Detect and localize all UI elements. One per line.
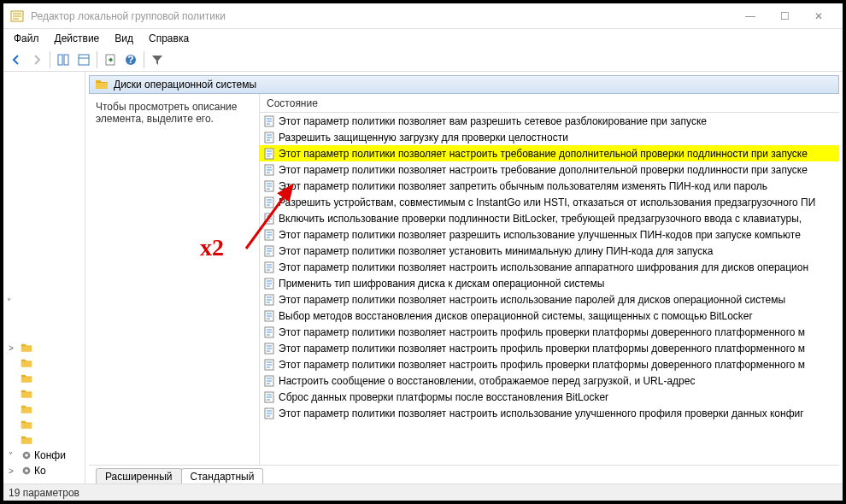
tab-extended[interactable]: Расширенный [96, 468, 182, 483]
back-button[interactable] [7, 50, 26, 69]
list-item[interactable]: Этот параметр политики позволяет настрои… [260, 405, 839, 421]
list-item-label: Этот параметр политики позволяет настрои… [279, 164, 808, 176]
right-pane: Диски операционной системы Чтобы просмот… [85, 72, 843, 483]
tree-item-label: Конфи [34, 449, 66, 461]
list-pane: Состояние Этот параметр политики позволя… [260, 94, 839, 465]
list-item-label: Этот параметр политики позволяет настрои… [279, 261, 808, 273]
svg-rect-4 [58, 55, 62, 65]
menu-action[interactable]: Действие [48, 31, 107, 46]
list-item-label: Этот параметр политики позволяет настрои… [279, 326, 805, 338]
toolbar-btn-2[interactable] [74, 50, 93, 69]
list-item[interactable]: Этот параметр политики позволяет вам раз… [260, 113, 839, 129]
svg-point-12 [25, 454, 28, 457]
list-item[interactable]: Настроить сообщение о восстановлении, от… [260, 372, 839, 389]
toolbar-separator [50, 51, 50, 68]
tree-item[interactable] [9, 401, 79, 417]
tree-item[interactable]: >Ко [9, 463, 79, 478]
svg-point-14 [25, 469, 28, 472]
list-item[interactable]: Этот параметр политики позволяет настрои… [260, 145, 839, 161]
toolbar-export-button[interactable] [101, 50, 120, 69]
list-column-header[interactable]: Состояние [260, 94, 839, 113]
toolbar-filter-button[interactable] [148, 50, 167, 69]
forward-button[interactable] [27, 50, 46, 69]
list-item-label: Применить тип шифрования диска к дискам … [279, 278, 604, 290]
list-item-label: Этот параметр политики позволяет настрои… [279, 343, 805, 355]
list-item-label: Этот параметр политики позволяет разреши… [279, 229, 801, 241]
tree-chevron[interactable]: ˅ [7, 294, 17, 309]
list-item[interactable]: Этот параметр политики позволяет настрои… [260, 161, 839, 178]
list-item-label: Настроить сообщение о восстановлении, от… [279, 375, 695, 387]
menubar: Файл Действие Вид Справка [3, 29, 843, 48]
list-item-label: Разрешить устройствам, совместимым с Ins… [279, 196, 815, 208]
tree-pane[interactable]: ˅ >˅Конфи>Ко [3, 72, 85, 483]
split-view: Чтобы просмотреть описание элемента, выд… [89, 94, 839, 465]
toolbar: ? [3, 48, 843, 72]
description-text: Чтобы просмотреть описание [96, 101, 252, 113]
list-item-label: Этот параметр политики позволяет установ… [279, 245, 713, 257]
tree-item[interactable] [9, 432, 79, 448]
list-item[interactable]: Этот параметр политики позволяет настрои… [260, 291, 839, 308]
list-item-label: Сброс данных проверки платформы после во… [279, 391, 608, 403]
list-item[interactable]: Этот параметр политики позволяет настрои… [260, 340, 839, 356]
toolbar-separator [97, 51, 97, 68]
svg-rect-6 [79, 55, 89, 65]
app-window: Редактор локальной групповой политики — … [2, 2, 844, 502]
list-item-label: Разрешить защищенную загрузку для провер… [279, 132, 568, 144]
titlebar: Редактор локальной групповой политики — … [3, 3, 843, 29]
list-item[interactable]: Сброс данных проверки платформы после во… [260, 389, 839, 405]
path-bar: Диски операционной системы [89, 75, 839, 94]
list-item[interactable]: Разрешить устройствам, совместимым с Ins… [260, 194, 839, 210]
tree-item[interactable] [9, 386, 79, 401]
tree-item[interactable] [9, 371, 79, 386]
list-item[interactable]: Этот параметр политики позволяет запрети… [260, 178, 839, 194]
menu-view[interactable]: Вид [108, 31, 140, 46]
list-body[interactable]: Этот параметр политики позволяет вам раз… [260, 113, 839, 465]
toolbar-help-button[interactable]: ? [121, 50, 140, 69]
list-item[interactable]: Разрешить защищенную загрузку для провер… [260, 129, 839, 145]
list-item-label: Этот параметр политики позволяет настрои… [279, 148, 808, 160]
description-text: элемента, выделите его. [96, 113, 252, 125]
tree-item[interactable] [9, 355, 79, 371]
list-item[interactable]: Этот параметр политики позволяет настрои… [260, 324, 839, 340]
list-item-label: Включить использование проверки подлинно… [279, 213, 802, 225]
tab-standard[interactable]: Стандартный [181, 468, 264, 483]
list-item-label: Этот параметр политики позволяет вам раз… [279, 115, 707, 127]
list-item-label: Этот параметр политики позволяет настрои… [279, 359, 805, 371]
list-item-label: Этот параметр политики позволяет запрети… [279, 180, 767, 192]
tree-item[interactable]: ˅Конфи [9, 448, 79, 463]
description-pane: Чтобы просмотреть описание элемента, выд… [89, 94, 260, 465]
tab-bar: Расширенный Стандартный [89, 465, 839, 483]
tree-item[interactable] [9, 417, 79, 432]
list-item-label: Этот параметр политики позволяет настрои… [279, 407, 804, 419]
close-button[interactable]: ✕ [802, 4, 836, 28]
tree-item[interactable]: > [9, 340, 79, 355]
list-item[interactable]: Этот параметр политики позволяет настрои… [260, 259, 839, 275]
statusbar: 19 параметров [3, 483, 843, 501]
list-item-label: Этот параметр политики позволяет настрои… [279, 294, 785, 306]
app-icon [10, 9, 24, 23]
list-item-label: Выбор методов восстановления дисков опер… [279, 310, 753, 322]
column-state: Состояние [267, 97, 318, 109]
content-area: ˅ >˅Конфи>Ко Диски операционной системы … [3, 72, 843, 483]
list-item[interactable]: Этот параметр политики позволяет установ… [260, 243, 839, 259]
path-label: Диски операционной системы [114, 79, 256, 91]
window-title: Редактор локальной групповой политики [31, 10, 733, 22]
tree-item-label: Ко [34, 465, 46, 477]
list-item[interactable]: Этот параметр политики позволяет настрои… [260, 356, 839, 372]
list-item[interactable]: Выбор методов восстановления дисков опер… [260, 308, 839, 324]
menu-help[interactable]: Справка [142, 31, 196, 46]
toolbar-separator [144, 51, 144, 68]
svg-text:?: ? [127, 54, 133, 66]
list-item[interactable]: Включить использование проверки подлинно… [260, 210, 839, 226]
list-item[interactable]: Применить тип шифрования диска к дискам … [260, 275, 839, 291]
minimize-button[interactable]: — [733, 4, 767, 28]
svg-rect-5 [64, 55, 68, 65]
toolbar-btn-1[interactable] [54, 50, 73, 69]
maximize-button[interactable]: ☐ [767, 4, 802, 28]
folder-icon [95, 78, 109, 91]
list-item[interactable]: Этот параметр политики позволяет разреши… [260, 226, 839, 243]
status-text: 19 параметров [9, 487, 79, 499]
menu-file[interactable]: Файл [7, 31, 46, 46]
